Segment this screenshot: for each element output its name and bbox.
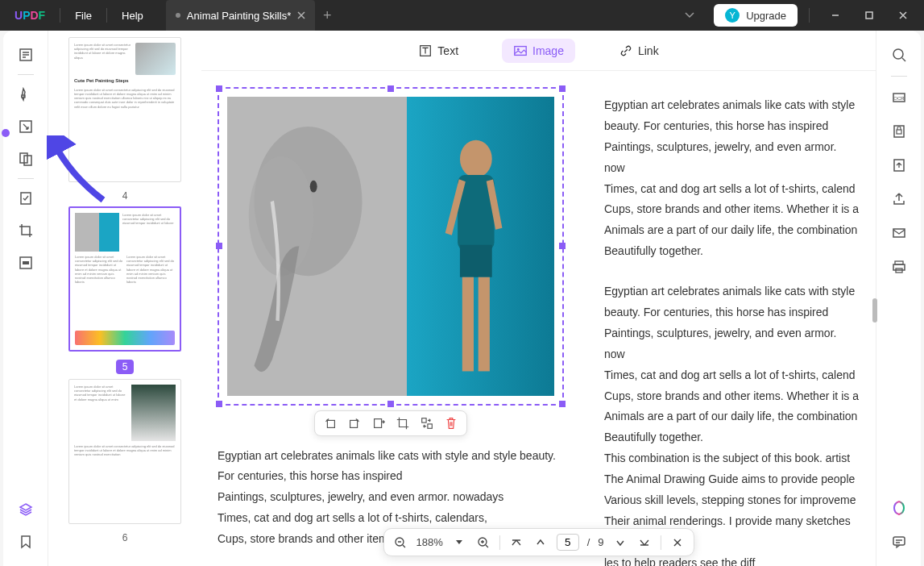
window-close-icon[interactable] <box>889 3 918 27</box>
svg-rect-0 <box>866 12 872 19</box>
zoom-in-icon[interactable] <box>475 536 491 549</box>
window-minimize-icon[interactable] <box>821 3 850 27</box>
crop-icon[interactable] <box>11 216 40 245</box>
text-icon <box>418 44 433 58</box>
thumbnail-page-5[interactable]: Lorem ipsum dolor sit amet consectetur a… <box>68 206 181 352</box>
thumbnail-label-active: 5 <box>116 360 135 374</box>
svg-rect-23 <box>375 418 382 427</box>
tool-tab-link[interactable]: Link <box>607 39 670 63</box>
svg-rect-19 <box>462 277 474 372</box>
svg-rect-31 <box>894 126 904 137</box>
close-controls-icon[interactable] <box>669 538 686 547</box>
svg-rect-38 <box>893 537 905 545</box>
selected-image[interactable] <box>218 87 564 406</box>
zoom-out-icon[interactable] <box>392 536 408 549</box>
zoom-level: 188% <box>416 536 442 548</box>
next-page-icon[interactable] <box>612 537 628 548</box>
chevron-down-icon[interactable] <box>685 12 709 19</box>
tool-tab-image[interactable]: Image <box>502 39 575 63</box>
svg-point-28 <box>893 49 903 59</box>
ai-assistant-icon[interactable] <box>885 493 914 522</box>
reader-mode-icon[interactable] <box>11 40 40 69</box>
page-number-input[interactable] <box>557 534 579 551</box>
panel-handle-dot[interactable] <box>2 129 10 137</box>
upgrade-button[interactable]: Y Upgrade <box>714 4 798 27</box>
protect-icon[interactable] <box>885 117 914 146</box>
share-icon[interactable] <box>885 185 914 214</box>
svg-rect-8 <box>23 261 29 264</box>
resize-handle-bm[interactable] <box>387 401 394 407</box>
last-page-icon[interactable] <box>636 537 653 548</box>
left-toolbar <box>3 31 48 566</box>
ocr-icon[interactable]: OCR <box>885 83 914 112</box>
resize-handle-bl[interactable] <box>216 401 222 407</box>
title-bar: UPDF File Help Animal Painting Skills* +… <box>0 0 924 31</box>
fill-sign-icon[interactable] <box>11 184 40 213</box>
tab-close-icon[interactable] <box>297 11 305 19</box>
page-controls: 188% / 9 <box>383 528 694 556</box>
svg-rect-34 <box>893 229 905 237</box>
organize-pages-icon[interactable] <box>11 144 40 173</box>
email-icon[interactable] <box>885 218 914 248</box>
first-page-icon[interactable] <box>508 537 524 548</box>
layers-icon[interactable] <box>11 495 40 524</box>
document-image <box>227 97 554 396</box>
svg-rect-2 <box>22 95 25 98</box>
document-tab[interactable]: Animal Painting Skills* <box>166 0 315 31</box>
replace-icon[interactable] <box>420 416 434 431</box>
resize-handle-br[interactable] <box>559 401 566 407</box>
svg-text:OCR: OCR <box>893 96 905 101</box>
link-icon <box>619 44 633 58</box>
thumbnail-label: 4 <box>122 190 128 202</box>
bookmark-icon[interactable] <box>11 527 40 556</box>
tool-tab-text[interactable]: Text <box>407 39 470 63</box>
editor-area: Text Image Link <box>201 31 876 566</box>
window-maximize-icon[interactable] <box>855 3 884 27</box>
prev-page-icon[interactable] <box>532 537 549 548</box>
document-text-right-2[interactable]: Egyptian art celebrates animals like cat… <box>604 281 860 566</box>
comment-tool-icon[interactable] <box>11 80 40 109</box>
svg-rect-25 <box>428 423 432 427</box>
right-toolbar: OCR <box>876 31 921 566</box>
image-edit-toolbar <box>314 410 467 436</box>
chat-icon[interactable] <box>885 527 914 556</box>
resize-handle-tl[interactable] <box>216 85 222 92</box>
delete-icon[interactable] <box>444 416 458 431</box>
menu-file[interactable]: File <box>60 10 106 22</box>
tab-add-button[interactable]: + <box>315 7 339 24</box>
edit-pdf-icon[interactable] <box>11 112 40 141</box>
zoom-dropdown-icon[interactable] <box>451 540 467 545</box>
app-logo: UPDF <box>0 9 60 22</box>
export-icon[interactable] <box>885 151 914 180</box>
print-icon[interactable] <box>885 252 914 281</box>
redact-icon[interactable] <box>11 248 40 277</box>
scrollbar-thumb[interactable] <box>872 298 877 323</box>
svg-point-12 <box>517 48 520 50</box>
tab-modified-dot <box>176 13 180 18</box>
upgrade-label: Upgrade <box>746 10 786 22</box>
svg-point-14 <box>249 156 313 276</box>
extract-icon[interactable] <box>371 416 386 431</box>
svg-point-15 <box>310 181 317 193</box>
crop-image-icon[interactable] <box>396 416 410 431</box>
resize-handle-tm[interactable] <box>387 85 394 92</box>
search-icon[interactable] <box>885 40 914 69</box>
thumbnail-label: 6 <box>122 532 128 543</box>
resize-handle-rm[interactable] <box>559 243 566 249</box>
edit-tool-tabs: Text Image Link <box>201 31 876 71</box>
document-canvas[interactable]: Egyptian art celebrates animals like cat… <box>201 71 876 566</box>
image-icon <box>513 44 528 58</box>
resize-handle-tr[interactable] <box>559 85 566 92</box>
svg-rect-22 <box>350 420 358 427</box>
svg-rect-18 <box>460 245 492 277</box>
resize-handle-lm[interactable] <box>216 243 222 249</box>
rotate-right-icon[interactable] <box>347 416 362 431</box>
document-text-right-1[interactable]: Egyptian art celebrates animals like cat… <box>604 95 860 262</box>
menu-help[interactable]: Help <box>107 10 158 22</box>
tab-title: Animal Painting Skills* <box>187 10 291 22</box>
svg-rect-36 <box>893 264 905 270</box>
thumbnail-page-6[interactable]: Lorem ipsum dolor sit amet consectetur a… <box>68 379 181 524</box>
thumbnail-page-4[interactable]: Lorem ipsum dolor sit amet consectetur a… <box>68 37 181 182</box>
rotate-left-icon[interactable] <box>323 416 338 431</box>
thumbnail-panel[interactable]: Lorem ipsum dolor sit amet consectetur a… <box>48 31 201 566</box>
